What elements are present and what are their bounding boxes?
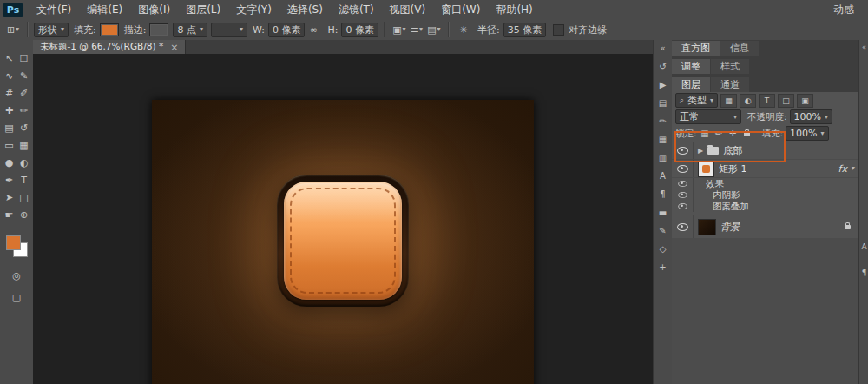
- notes-panel-icon[interactable]: ✎: [656, 225, 670, 236]
- tab-channels[interactable]: 通道: [711, 77, 749, 92]
- filter-adjustment-layers-icon[interactable]: ◐: [740, 94, 756, 108]
- tool-mode-dropdown[interactable]: 形状 ▾: [34, 23, 69, 37]
- path-operations-button[interactable]: ▣ ▾: [391, 23, 408, 36]
- effect-name[interactable]: 图案叠加: [713, 201, 749, 213]
- tab-info[interactable]: 信息: [720, 41, 759, 56]
- close-icon[interactable]: ×: [170, 43, 178, 52]
- link-dimensions-icon[interactable]: ∞: [305, 23, 322, 36]
- paragraph-panel-icon[interactable]: ¶: [656, 189, 670, 200]
- screen-mode-button[interactable]: ▢: [10, 291, 24, 304]
- visibility-toggle[interactable]: [672, 142, 694, 159]
- menu-edit[interactable]: 编辑(E): [79, 0, 130, 19]
- gear-icon[interactable]: ✳: [455, 23, 472, 36]
- 3d-panel-icon[interactable]: ◇: [656, 243, 670, 255]
- layer-row-shape[interactable]: 矩形 1 fx ▾: [672, 160, 858, 178]
- document-tab[interactable]: 未标题-1 @ 66.7%(RGB/8) * ×: [33, 40, 186, 54]
- filter-pixel-layers-icon[interactable]: ▦: [720, 94, 737, 108]
- opacity-dropdown[interactable]: 100% ▾: [790, 109, 832, 124]
- blend-mode-dropdown[interactable]: 正常 ▾: [675, 109, 741, 124]
- height-input[interactable]: 0 像素: [341, 23, 378, 37]
- visibility-toggle[interactable]: [672, 189, 694, 201]
- foreground-color-swatch[interactable]: [6, 235, 21, 250]
- move-tool[interactable]: ↖: [2, 52, 16, 65]
- canvas-area[interactable]: [33, 54, 653, 384]
- tab-styles[interactable]: 样式: [711, 59, 749, 74]
- fill-color-swatch[interactable]: [100, 23, 119, 36]
- rectangular-marquee-tool[interactable]: ☐: [16, 52, 31, 65]
- brush-panel-icon[interactable]: ✏: [656, 116, 670, 127]
- layer-name[interactable]: 背景: [720, 221, 740, 234]
- paragraph-panel-icon[interactable]: ¶: [859, 268, 868, 277]
- character-panel-icon[interactable]: A: [859, 242, 868, 251]
- layer-name[interactable]: 矩形 1: [719, 162, 747, 175]
- blur-tool[interactable]: ●: [2, 156, 16, 169]
- pen-tool[interactable]: ✒: [2, 174, 16, 187]
- menu-image[interactable]: 图像(I): [130, 0, 178, 19]
- fill-dropdown[interactable]: 100% ▾: [786, 126, 828, 141]
- eraser-tool[interactable]: ▭: [2, 139, 16, 152]
- measurement-panel-icon[interactable]: +: [656, 262, 670, 273]
- eyedropper-tool[interactable]: ✐: [16, 87, 31, 100]
- character-panel-icon[interactable]: A: [656, 170, 670, 182]
- menu-select[interactable]: 选择(S): [279, 0, 331, 19]
- quick-mask-button[interactable]: ◎: [10, 269, 24, 282]
- gradient-tool[interactable]: ▦: [16, 139, 31, 152]
- radius-input[interactable]: 35 像素: [503, 23, 547, 37]
- effect-name[interactable]: 内阴影: [713, 189, 740, 202]
- effect-row-inner-shadow[interactable]: 内阴影: [672, 189, 858, 201]
- align-edges-checkbox[interactable]: [553, 24, 564, 36]
- layer-row-group[interactable]: ▶ 底部: [672, 142, 858, 160]
- menu-filter[interactable]: 滤镜(T): [331, 0, 382, 19]
- menu-help[interactable]: 帮助(H): [488, 0, 540, 19]
- layer-thumbnail[interactable]: [698, 219, 716, 235]
- layer-row-background[interactable]: 背景: [672, 215, 858, 239]
- document-canvas[interactable]: [152, 100, 534, 384]
- lock-pixels-icon[interactable]: ✏: [713, 129, 725, 138]
- tab-adjustments[interactable]: 调整: [672, 59, 710, 74]
- menu-file[interactable]: 文件(F): [29, 0, 79, 19]
- crop-tool[interactable]: #: [2, 87, 16, 100]
- filter-type-layers-icon[interactable]: T: [759, 94, 775, 108]
- filter-shape-layers-icon[interactable]: □: [778, 94, 794, 108]
- layer-thumbnail[interactable]: [698, 161, 714, 177]
- menu-window[interactable]: 窗口(W): [433, 0, 488, 19]
- visibility-toggle[interactable]: [672, 178, 694, 189]
- history-panel-icon[interactable]: ↺: [656, 61, 670, 72]
- path-alignment-button[interactable]: ≡ ▾: [408, 23, 425, 36]
- path-arrangement-button[interactable]: ▤ ▾: [425, 23, 443, 36]
- effects-header-row[interactable]: 效果: [672, 178, 858, 189]
- visibility-toggle[interactable]: [672, 201, 694, 212]
- clone-source-panel-icon[interactable]: ▥: [656, 152, 670, 163]
- clone-stamp-tool[interactable]: ▤: [2, 122, 16, 135]
- tool-preset-picker[interactable]: ⊞ ▾: [4, 23, 22, 36]
- menu-type[interactable]: 文字(Y): [228, 0, 279, 19]
- hand-tool[interactable]: ☛: [2, 209, 16, 222]
- tab-histogram[interactable]: 直方图: [672, 41, 720, 56]
- actions-panel-icon[interactable]: ▶: [656, 79, 670, 90]
- visibility-toggle[interactable]: [672, 160, 694, 177]
- menu-view[interactable]: 视图(V): [382, 0, 434, 19]
- stroke-style-dropdown[interactable]: ——— ▾: [211, 23, 247, 37]
- width-input[interactable]: 0 像素: [268, 23, 306, 37]
- rectangle-tool[interactable]: □: [16, 191, 31, 204]
- workspace-switcher[interactable]: 动感: [833, 3, 854, 17]
- lock-transparency-icon[interactable]: ▦: [700, 129, 711, 138]
- stroke-color-swatch[interactable]: [149, 23, 168, 36]
- layer-name[interactable]: 底部: [723, 144, 742, 157]
- effect-row-pattern-overlay[interactable]: 图案叠加: [672, 201, 858, 212]
- type-tool[interactable]: T: [16, 174, 31, 187]
- filter-smart-objects-icon[interactable]: ▣: [797, 94, 813, 108]
- timeline-panel-icon[interactable]: ▬: [656, 207, 670, 218]
- visibility-toggle[interactable]: [672, 215, 694, 238]
- lasso-tool[interactable]: ∿: [2, 70, 16, 83]
- layer-filter-dropdown[interactable]: ⌕ 类型 ▾: [675, 93, 718, 108]
- history-brush-tool[interactable]: ↺: [16, 122, 31, 135]
- tab-layers[interactable]: 图层: [672, 77, 710, 92]
- leather-button-shape[interactable]: [277, 175, 409, 307]
- path-selection-tool[interactable]: ➤: [2, 191, 16, 204]
- brush-presets-panel-icon[interactable]: ▦: [656, 134, 670, 145]
- menu-layer[interactable]: 图层(L): [178, 0, 228, 19]
- brush-tool[interactable]: ✏: [16, 104, 31, 117]
- dodge-tool[interactable]: ◐: [16, 156, 31, 169]
- healing-brush-tool[interactable]: ✚: [2, 104, 16, 117]
